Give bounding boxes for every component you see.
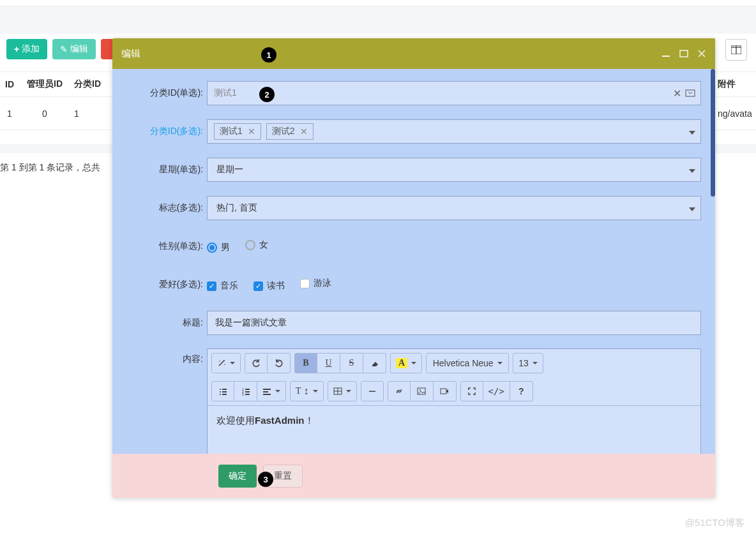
th-category-id: 分类ID <box>70 78 115 90</box>
gender-radio-male[interactable]: 男 <box>207 242 230 253</box>
editor-hr-button[interactable] <box>361 381 384 401</box>
annotation-2: 2 <box>259 87 275 102</box>
close-icon[interactable] <box>697 49 706 58</box>
flags-value: 热门, 首页 <box>216 202 257 214</box>
td-category-id: 1 <box>70 108 115 119</box>
editor-textarea[interactable]: 欢迎使用FastAdmin！ <box>208 406 700 454</box>
editor-lineheight-button[interactable]: T↕ <box>290 381 324 401</box>
editor-fullscreen-button[interactable] <box>460 381 483 401</box>
clear-icon[interactable]: ✕ <box>673 87 681 100</box>
tag-item[interactable]: 测试1✕ <box>214 123 261 140</box>
editor-image-button[interactable] <box>411 381 434 401</box>
editor-align-button[interactable] <box>257 381 286 401</box>
svg-point-15 <box>220 394 221 395</box>
tag-item[interactable]: 测试2✕ <box>266 123 314 140</box>
checkbox-on-icon: ✓ <box>207 281 216 291</box>
category-multi-tagbox[interactable]: 测试1✕ 测试2✕ <box>207 119 701 144</box>
row-category-single: 分类ID(单选): 测试1 ✕ <box>126 80 701 106</box>
add-button[interactable]: 添加 <box>6 39 47 59</box>
editor-underline-button[interactable]: U <box>317 353 340 373</box>
hobby-check-swimming[interactable]: 游泳 <box>300 278 331 289</box>
dropdown-icon[interactable] <box>685 88 695 98</box>
svg-rect-7 <box>686 90 695 96</box>
row-week: 星期(单选): 星期一 <box>126 157 701 183</box>
flags-select[interactable]: 热门, 首页 <box>207 196 701 220</box>
row-gender: 性别(单选): 男 女 <box>126 234 701 259</box>
label-flags: 标志(多选): <box>126 202 207 214</box>
tag-remove-icon[interactable]: ✕ <box>248 126 255 137</box>
submit-button[interactable]: 确定 <box>218 465 257 488</box>
dialog-footer: 确定 重置 <box>112 454 715 498</box>
category-single-combobox[interactable]: 测试1 ✕ <box>207 81 701 105</box>
editor-font-family-select[interactable]: Helvetica Neue <box>426 353 509 373</box>
title-input[interactable]: 我是一篇测试文章 <box>207 311 701 335</box>
td-attachment: ng/avata <box>718 108 756 119</box>
add-label: 添加 <box>22 43 40 55</box>
row-hobby: 爱好(多选): ✓音乐 ✓读书 游泳 <box>126 272 701 297</box>
svg-point-31 <box>420 389 421 391</box>
week-value: 星期一 <box>216 164 243 176</box>
hobby-check-music[interactable]: ✓音乐 <box>207 280 238 292</box>
minimize-icon[interactable] <box>662 49 670 58</box>
svg-point-13 <box>220 391 221 392</box>
editor-strike-button[interactable]: S <box>340 353 363 373</box>
gender-radio-female[interactable]: 女 <box>245 239 268 251</box>
content-editor: B U S A Helvetica Neue <box>207 348 701 454</box>
svg-rect-4 <box>680 50 688 57</box>
chevron-down-icon[interactable] <box>689 126 695 137</box>
checkbox-off-icon <box>300 279 310 288</box>
svg-rect-20 <box>245 391 250 392</box>
editor-ol-button[interactable]: 123 <box>234 381 257 401</box>
dialog-scrollbar[interactable] <box>711 69 715 197</box>
week-select[interactable]: 星期一 <box>207 158 701 182</box>
columns-button[interactable] <box>725 39 747 61</box>
label-title: 标题: <box>126 317 207 329</box>
edit-toolbar-button[interactable]: 编辑 <box>52 39 96 59</box>
editor-table-button[interactable] <box>328 381 357 401</box>
pencil-icon <box>60 44 68 54</box>
editor-font-color-button[interactable]: A <box>390 353 422 373</box>
editor-bold-button[interactable]: B <box>294 353 317 373</box>
editor-codeview-button[interactable]: </> <box>483 381 510 401</box>
watermark: @51CTO博客 <box>685 517 745 529</box>
row-content: 内容: B U <box>126 348 701 454</box>
columns-icon <box>731 45 741 54</box>
chevron-down-icon[interactable] <box>689 165 695 175</box>
editor-magic-button[interactable] <box>211 353 241 373</box>
editor-redo-button[interactable] <box>268 353 291 373</box>
dialog-titlebar[interactable]: 编辑 <box>112 38 715 69</box>
maximize-icon[interactable] <box>679 49 688 58</box>
chevron-down-icon[interactable] <box>689 203 695 213</box>
tag-remove-icon[interactable]: ✕ <box>300 126 308 137</box>
editor-undo-button[interactable] <box>245 353 268 373</box>
editor-font-size-select[interactable]: 13 <box>513 353 543 373</box>
window-buttons <box>662 49 706 58</box>
svg-rect-24 <box>263 391 268 392</box>
editor-video-button[interactable] <box>434 381 457 401</box>
label-category-single: 分类ID(单选): <box>126 87 207 99</box>
editor-help-button[interactable]: ? <box>510 381 533 401</box>
plus-icon <box>14 44 19 54</box>
editor-eraser-button[interactable] <box>363 353 386 373</box>
annotation-1: 1 <box>261 47 276 63</box>
td-admin-id: 0 <box>19 108 70 119</box>
category-single-value: 测试1 <box>214 87 237 99</box>
dialog-title: 编辑 <box>121 48 140 60</box>
label-gender: 性别(单选): <box>126 241 207 252</box>
pager-info: 第 1 到第 1 条记录，总共 <box>0 162 100 174</box>
radio-off-icon <box>245 240 255 250</box>
hobby-check-reading[interactable]: ✓读书 <box>253 280 285 292</box>
svg-rect-25 <box>263 394 271 395</box>
edit-label: 编辑 <box>70 43 88 55</box>
svg-text:3: 3 <box>242 392 244 396</box>
svg-rect-3 <box>662 56 670 57</box>
dialog-body: 分类ID(单选): 测试1 ✕ 分类ID(多选): 测试1✕ <box>112 69 715 454</box>
svg-rect-32 <box>441 389 446 394</box>
row-flags: 标志(多选): 热门, 首页 <box>126 195 701 221</box>
editor-link-button[interactable] <box>388 381 411 401</box>
editor-ul-button[interactable] <box>211 381 234 401</box>
label-category-multi: 分类ID(多选): <box>126 126 207 137</box>
svg-point-8 <box>223 360 225 361</box>
th-id: ID <box>0 79 19 89</box>
svg-point-10 <box>224 364 225 365</box>
